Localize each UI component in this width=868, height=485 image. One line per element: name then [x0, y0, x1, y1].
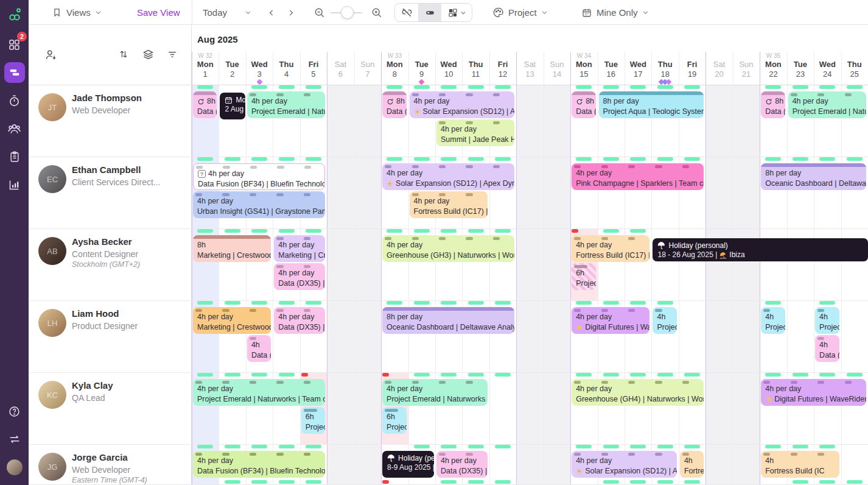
allocation-day-dash [601, 165, 608, 168]
person-timezone: Stockholm (GMT+2) [72, 260, 140, 269]
sidebar-item-chart[interactable] [0, 171, 29, 199]
prev-button[interactable] [267, 0, 276, 25]
person-cell[interactable]: ABAysha BeckerContent DesignerStockholm … [29, 229, 192, 300]
allocation-day-dash [817, 381, 824, 384]
sidebar-item-people[interactable] [0, 115, 29, 143]
sidebar-item-help[interactable] [0, 397, 29, 425]
month-label: Aug 2025 [197, 34, 238, 44]
hide-links-toggle[interactable] [395, 4, 418, 21]
allocation-block[interactable]: 6hProject E [572, 263, 595, 290]
sidebar-item-planner[interactable] [0, 58, 29, 87]
week-separator [381, 52, 382, 85]
allocation-block[interactable]: 4hProject A [761, 307, 785, 334]
allocation-block[interactable]: 8h per dayOceanic Dashboard | Deltawave … [382, 307, 514, 334]
person-name: Ethan Campbell [72, 165, 141, 175]
allocation-block[interactable]: 4h per dayProject Emerald | Naturworks [788, 91, 866, 118]
person-name: Jorge Garcia [72, 452, 128, 462]
mine-only-dropdown[interactable]: Mine Only [581, 0, 649, 25]
allocation-block[interactable]: 8hData (DX35) | Lim [572, 91, 595, 118]
allocation-block[interactable]: 4h per daySolar Expansion (SD12) | Apex … [572, 451, 677, 478]
allocation-day-dash [466, 193, 472, 196]
timeline-cells: 4h per dayProject Emerald | Naturworks |… [192, 373, 868, 444]
allocation-block[interactable]: 4h per dayProject Emerald | Naturworks |… [193, 379, 325, 406]
person-cell[interactable]: LHLiam HoodProduct Designer [29, 301, 192, 372]
allocation-block[interactable]: 4h per dayDigital Futures | WaveR [572, 307, 649, 334]
allocation-block[interactable]: 4hData (DX [247, 335, 271, 362]
allocation-block[interactable]: 4h per daySolar Expansion (SD12) | Apex … [382, 163, 514, 190]
allocation-project-label: Project A [765, 322, 785, 332]
views-menu[interactable]: Views [52, 0, 102, 25]
allocation-block[interactable]: 8h per dayOceanic Dashboard | Deltawave … [761, 163, 866, 190]
allocation-block[interactable]: 4hProject A [815, 307, 839, 334]
allocation-block[interactable]: 4hProject A [653, 307, 676, 334]
person-cell[interactable]: JGJorge GarciaWeb DeveloperEastern Time … [29, 445, 192, 484]
allocation-project-label: Fortress [684, 466, 704, 476]
allocation-block[interactable]: 4h per daySolar Expansion (SD12) | Apex … [410, 91, 515, 118]
allocation-block[interactable]: 4h per dayMarketing | Crestwood Co [193, 307, 271, 334]
allocation-block[interactable]: 4hFortress [680, 451, 704, 478]
color-by-project-dropdown[interactable]: Project [492, 0, 548, 25]
sidebar-item-timer[interactable] [0, 87, 29, 115]
filter-icon[interactable] [166, 48, 178, 60]
timeline-cells: 8hMarketing | Crestwood Co4h per dayMark… [192, 229, 868, 300]
allocation-day-dash [250, 453, 256, 456]
allocation-block[interactable]: 4h per dayUrban Insight (GS41) | Graysto… [193, 191, 325, 218]
allocation-block[interactable]: 4h per dayProject Emerald | Naturworks |… [382, 379, 488, 406]
allocation-block[interactable]: 4h per dayData (DX35) | Lim [436, 451, 488, 478]
person-cell[interactable]: JTJade ThompsonWeb Developer [29, 85, 192, 157]
allocation-block[interactable]: 4h per dayFortress Build (IC17) | Heli [410, 191, 488, 218]
allocation-block[interactable]: 8h per dayProject Aqua | Teologic System… [599, 91, 704, 118]
allocation-block[interactable]: 4h per dayDigital Futures | WaveRider | … [761, 379, 866, 406]
add-person-icon[interactable] [44, 48, 58, 62]
capacity-indicator [684, 445, 700, 448]
zoom-slider-handle[interactable] [341, 6, 354, 19]
allocation-block[interactable]: 4hFortress Build (IC [761, 451, 839, 478]
allocation-block[interactable]: 4h per dayProject Emerald | Naturworks |… [247, 91, 325, 118]
day-header: Tue2 [219, 52, 245, 85]
person-cell[interactable]: KCKyla ClayQA Lead [29, 373, 192, 444]
allocation-block[interactable]: 4h per dayMarketing | Crest [274, 235, 325, 262]
allocation-block[interactable]: 6hProject A [382, 407, 406, 434]
allocation-block[interactable]: 4h per dayGreenhouse (GH4) | Naturworks … [572, 379, 704, 406]
grid-view-toggle[interactable] [441, 4, 472, 21]
day-number-label: 7 [354, 69, 381, 79]
sidebar-item-switch[interactable] [0, 425, 29, 453]
capacity-indicator [684, 157, 700, 161]
bar-view-toggle[interactable] [418, 4, 441, 21]
allocation-block[interactable]: 4h per dayData (DX35) | Wa [274, 307, 325, 334]
allocation-block[interactable]: 8hData (DX35) | Lim [382, 91, 406, 118]
allocation-block[interactable]: ?4h per dayData Fusion (BF34) | Bluefin … [193, 163, 325, 190]
allocation-block[interactable]: 4h per dayData (DX35) | Lim [274, 263, 325, 290]
allocation-hours: 4h per day [414, 97, 515, 106]
allocation-block[interactable]: 8hMarketing | Crestwood Co [193, 235, 271, 262]
sort-icon[interactable] [117, 48, 130, 60]
zoom-in-button[interactable] [371, 0, 383, 25]
zoom-out-button[interactable] [313, 0, 326, 25]
sidebar-item-clipboard[interactable] [0, 143, 29, 171]
group-layers-icon[interactable] [142, 48, 155, 61]
allocation-block[interactable]: 8hData (DX35) | Lim [193, 91, 217, 118]
today-dropdown[interactable]: Today [203, 0, 251, 25]
allocation-hours: 4h per day [387, 169, 514, 178]
day-name-label: Sun [733, 60, 760, 69]
allocation-block[interactable]: 4h per dayPink Champagne | Sparklers | T… [572, 163, 704, 190]
capacity-indicator [251, 85, 267, 89]
allocation-block[interactable]: 8hData (DX35) | Lim [761, 91, 785, 118]
allocation-block[interactable]: 4h per dayGreenhouse (GH3) | Naturworks … [382, 235, 514, 262]
sidebar-item-user-avatar[interactable] [0, 453, 29, 481]
day-gridline [435, 445, 436, 484]
user-avatar[interactable] [7, 459, 23, 475]
next-button[interactable] [287, 0, 295, 25]
capacity-indicator [603, 301, 619, 305]
save-view-button[interactable]: Save View [137, 0, 180, 25]
zoom-slider[interactable] [331, 0, 362, 25]
allocation-block[interactable]: 6hProject A [301, 407, 325, 434]
day-name-label: Tue [408, 60, 435, 69]
allocation-block[interactable]: 4h per dayFortress Build (IC17) | Cre [572, 235, 649, 262]
allocation-block[interactable]: 4h per dayData Fusion (BF34) | Bluefin T… [193, 451, 325, 478]
allocation-block[interactable]: 4hData (DX [815, 335, 839, 362]
person-cell[interactable]: ECEthan CampbellClient Services Direct..… [29, 157, 192, 228]
sidebar-item-dashboard[interactable]: 2 [0, 30, 29, 58]
overallocation-indicator [301, 373, 308, 377]
allocation-block[interactable]: 4h per daySummit | Jade Peak Holdings [436, 119, 514, 146]
